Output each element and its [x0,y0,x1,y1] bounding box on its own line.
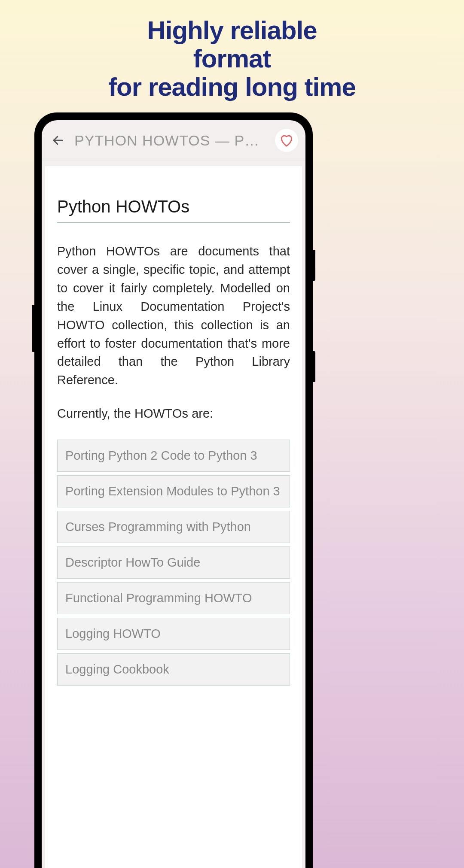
phone-side-button-right-2 [313,351,315,382]
subheading: Currently, the HOWTOs are: [57,407,290,421]
phone-side-button-left [32,305,34,352]
howto-item-descriptor[interactable]: Descriptor HowTo Guide [57,546,290,579]
howto-item-curses[interactable]: Curses Programming with Python [57,511,290,543]
howto-item-porting-2-to-3[interactable]: Porting Python 2 Code to Python 3 [57,440,290,472]
content-area: Python HOWTOs Python HOWTOs are document… [45,166,302,868]
marketing-headline: Highly reliable format for reading long … [0,0,464,101]
favorite-button[interactable] [275,128,299,152]
howto-item-logging[interactable]: Logging HOWTO [57,618,290,650]
page-title: Python HOWTOs [57,197,290,223]
heart-icon [279,134,294,147]
marketing-line-1: Highly reliable [0,16,464,45]
howto-list: Porting Python 2 Code to Python 3 Portin… [57,440,290,686]
howto-item-logging-cookbook[interactable]: Logging Cookbook [57,653,290,686]
marketing-line-3: for reading long time [0,73,464,101]
header-title: PYTHON HOWTOS — PY… [74,132,268,149]
howto-item-functional[interactable]: Functional Programming HOWTO [57,582,290,614]
back-button[interactable] [49,131,67,150]
phone-frame: PYTHON HOWTOS — PY… Python HOWTOs Python… [34,112,313,868]
marketing-line-2: format [0,45,464,73]
app-header: PYTHON HOWTOS — PY… [42,120,305,161]
phone-side-button-right-1 [313,250,315,281]
phone-screen: PYTHON HOWTOS — PY… Python HOWTOs Python… [42,120,305,868]
howto-item-porting-extensions[interactable]: Porting Extension Modules to Python 3 [57,475,290,507]
back-arrow-icon [52,134,64,147]
intro-paragraph: Python HOWTOs are documents that cover a… [57,242,290,389]
